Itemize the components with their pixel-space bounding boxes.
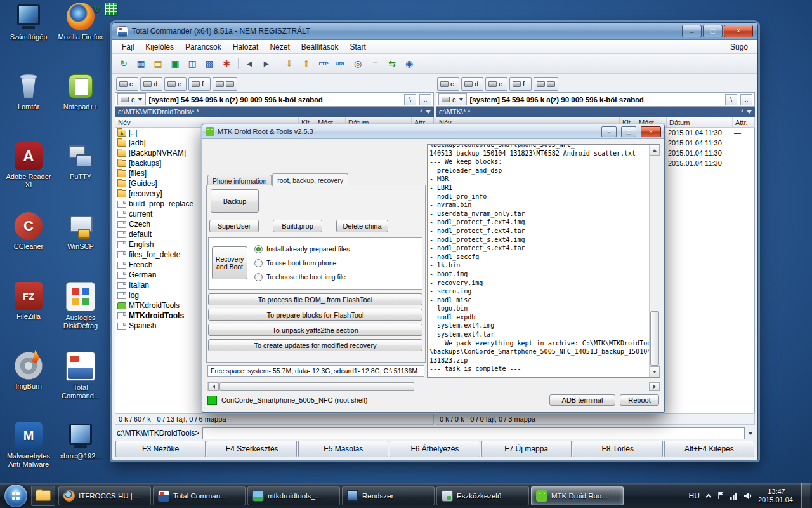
command-history-icon[interactable] [748, 432, 753, 435]
scroll-down-button[interactable] [650, 366, 660, 377]
mtk-titlebar[interactable]: MTK Droid Root & Tools v2.5.3 [202, 124, 664, 139]
menu-item[interactable]: Kijelölés [140, 41, 180, 53]
menu-item[interactable]: Fájl [116, 41, 140, 53]
log-vertical-scrollbar[interactable] [649, 145, 660, 377]
root-dir-button[interactable]: \ [404, 94, 416, 105]
radio-option[interactable]: To choose the boot.img file [254, 270, 419, 284]
maximize-button[interactable] [703, 25, 723, 37]
drive-button[interactable]: e [164, 77, 187, 91]
desktop-icon[interactable]: Lomtár [3, 72, 54, 142]
history-dropdown-icon[interactable] [426, 110, 431, 114]
drive-button[interactable]: e [485, 77, 508, 91]
desktop-icon[interactable]: Számítógép [3, 3, 54, 72]
scroll-thumb[interactable] [219, 382, 414, 391]
menu-item-help[interactable]: Súgó [724, 41, 754, 53]
desktop-icon[interactable]: A Adobe Reader XI [3, 142, 54, 212]
action-button[interactable]: To unpack yaffs2the section [208, 324, 422, 336]
desktop-icon[interactable]: ImgBurn [3, 352, 54, 422]
desktop-icon[interactable]: xbmc@192... [55, 422, 106, 491]
drive-button[interactable]: c [116, 77, 138, 91]
filter-star[interactable]: * [420, 108, 422, 116]
toolbar-button[interactable]: ✱ [218, 56, 235, 71]
scroll-right-button[interactable] [649, 382, 660, 391]
toolbar-button[interactable]: ◉ [401, 56, 417, 71]
toolbar-button[interactable]: ⇓ [281, 56, 298, 71]
taskbar-task-button[interactable]: mtkdroidtools_... [247, 486, 340, 505]
close-button[interactable] [724, 25, 753, 37]
drive-button[interactable]: d [140, 77, 162, 91]
drive-button[interactable]: c [437, 77, 459, 91]
right-path-bar[interactable]: c:\MTK\*.* * [436, 107, 755, 117]
tab[interactable]: root, backup, recovery [272, 173, 348, 186]
function-key-button[interactable]: Alt+F4 Kilépés [664, 441, 754, 457]
language-indicator[interactable]: HU [689, 491, 700, 500]
desktop-icon[interactable]: Auslogics DiskDefrag [55, 282, 106, 352]
action-button[interactable]: To process file ROM_ from FlashTool [208, 293, 422, 305]
scroll-up-button[interactable] [650, 145, 660, 156]
command-input[interactable] [202, 427, 745, 439]
toolbar-button[interactable]: ↻ [115, 56, 132, 71]
scroll-track[interactable] [650, 156, 660, 366]
taskbar-task-button[interactable]: Rendszer [342, 486, 435, 505]
function-key-button[interactable]: F4 Szerkesztés [207, 441, 297, 457]
toolbar-button[interactable]: ◎ [350, 56, 366, 71]
drive-extra-button[interactable] [534, 77, 558, 91]
network-icon[interactable] [730, 492, 738, 500]
buildprop-button[interactable]: Build.prop [273, 220, 322, 232]
delete-china-button[interactable]: Delete china [336, 220, 388, 232]
taskbar-task-button[interactable]: ITFRÖCCS.HU | ... [58, 486, 151, 505]
desktop-icon[interactable]: Notepad++ [55, 72, 106, 142]
desktop-icon[interactable]: FZ FileZilla [3, 282, 54, 352]
toolbar-button[interactable]: ▣ [167, 56, 183, 71]
toolbar-button[interactable]: ⇆ [384, 56, 400, 71]
radio-icon[interactable] [254, 273, 263, 281]
taskbar-task-button[interactable]: MTK Droid Roo... [531, 486, 624, 505]
toolbar-button[interactable]: URL [332, 56, 349, 71]
toolbar-button[interactable] [275, 56, 280, 71]
drive-extra-button[interactable] [213, 77, 237, 91]
action-button[interactable]: To prepare blocks for FlashTool [208, 309, 422, 321]
volume-icon[interactable] [743, 492, 753, 500]
mtk-horizontal-scrollbar[interactable] [207, 382, 660, 391]
drive-button[interactable]: f [188, 77, 211, 91]
desktop-icon[interactable]: WinSCP [55, 212, 106, 282]
drive-button[interactable]: f [509, 77, 532, 91]
toolbar-button[interactable]: FTP [315, 56, 332, 71]
backup-button[interactable]: Backup [211, 189, 259, 213]
close-button[interactable] [641, 126, 661, 137]
toolbar-button[interactable]: ▦ [133, 56, 149, 71]
minimize-button[interactable] [601, 126, 617, 137]
column-header-date[interactable]: Dátum [667, 117, 733, 127]
menu-item[interactable]: Nézet [264, 41, 295, 53]
function-key-button[interactable]: F5 Másolás [298, 441, 388, 457]
drive-combo[interactable]: c [438, 93, 467, 105]
toolbar-button[interactable]: ≡ [367, 56, 383, 71]
superuser-button[interactable]: SuperUser [209, 220, 259, 232]
desktop-icon[interactable]: Mozilla Firefox [55, 3, 106, 72]
left-path-bar[interactable]: c:\MTK\MTKDroidTools\*.* * [115, 107, 434, 117]
desktop-icon[interactable]: C CCleaner [3, 212, 54, 282]
toolbar-button[interactable]: ► [258, 56, 275, 71]
radio-option[interactable]: Install already prepared files [254, 242, 419, 256]
function-key-button[interactable]: F3 Nézőke [115, 441, 206, 457]
root-dir-button[interactable]: \ [725, 94, 737, 105]
toolbar-button[interactable]: ▩ [201, 56, 218, 71]
column-header-attr[interactable]: Attr. [733, 117, 754, 127]
toolbar-button[interactable] [235, 56, 240, 71]
taskbar-task-button[interactable]: Total Comman... [153, 486, 246, 505]
radio-icon[interactable] [254, 259, 263, 267]
function-key-button[interactable]: F7 Új mappa [481, 441, 572, 457]
history-dropdown-icon[interactable] [747, 110, 752, 114]
show-hidden-icons-chevron[interactable] [705, 493, 712, 499]
desktop-icon[interactable]: Total Command... [55, 352, 106, 422]
menu-item[interactable]: Beállítások [296, 41, 344, 53]
parent-dir-button[interactable]: .. [419, 94, 431, 105]
function-key-button[interactable]: F6 Áthelyezés [390, 441, 480, 457]
reboot-button[interactable]: Reboot [620, 394, 659, 406]
show-desktop-button[interactable] [801, 483, 810, 508]
menu-item[interactable]: Parancsok [180, 41, 227, 53]
adb-terminal-button[interactable]: ADB terminal [549, 394, 615, 406]
scroll-thumb[interactable] [650, 311, 659, 366]
taskbar-clock[interactable]: 13:47 2015.01.04. [758, 488, 795, 504]
recovery-and-boot-button[interactable]: Recovery and Boot [212, 246, 247, 279]
